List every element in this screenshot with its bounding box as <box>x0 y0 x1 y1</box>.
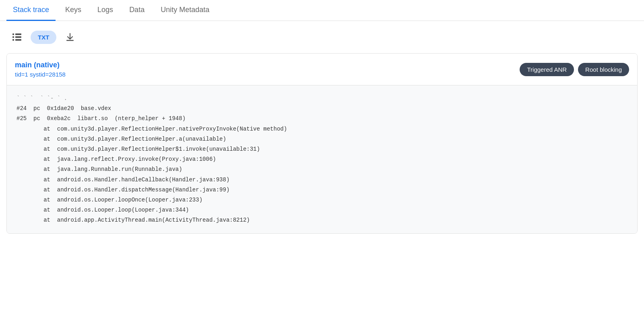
tab-bar: Stack trace Keys Logs Data Unity Metadat… <box>0 0 644 21</box>
download-button[interactable] <box>61 28 79 46</box>
stack-line-at4: at java.lang.reflect.Proxy.invoke(Proxy.… <box>17 154 627 164</box>
stack-line-at9: at android.os.Looper.loop(Looper.java:34… <box>17 205 627 215</box>
thread-title: main (native) <box>15 61 66 69</box>
svg-rect-1 <box>15 33 21 35</box>
stack-line-25: #25 pc 0xeba2c libart.so (nterp_helper +… <box>17 114 627 124</box>
stack-line-at2: at com.unity3d.player.ReflectionHelper.a… <box>17 134 627 144</box>
stack-line-at8: at android.os.Looper.loopOnce(Looper.jav… <box>17 195 627 205</box>
tab-stack-trace[interactable]: Stack trace <box>6 0 56 21</box>
svg-rect-3 <box>15 36 21 38</box>
stack-line-truncated: ` ` ` ` `- ` . <box>17 94 627 104</box>
tab-unity-metadata[interactable]: Unity Metadata <box>154 0 216 21</box>
tab-logs[interactable]: Logs <box>91 0 120 21</box>
tab-data[interactable]: Data <box>123 0 151 21</box>
root-blocking-badge: Root blocking <box>578 63 629 76</box>
stack-line-at7: at android.os.Handler.dispatchMessage(Ha… <box>17 185 627 195</box>
stack-line-at10: at android.app.ActivityThread.main(Activ… <box>17 215 627 225</box>
badge-group: Triggered ANR Root blocking <box>520 63 629 76</box>
stack-line-at6: at android.os.Handler.handleCallback(Han… <box>17 175 627 185</box>
svg-rect-2 <box>12 36 14 38</box>
toolbar: TXT <box>0 21 644 53</box>
svg-rect-6 <box>66 40 74 41</box>
svg-rect-0 <box>12 33 14 35</box>
txt-format-button[interactable]: TXT <box>31 31 56 44</box>
thread-header: main (native) tid=1 systid=28158 Trigger… <box>7 54 637 85</box>
svg-rect-4 <box>12 39 14 41</box>
triggered-anr-badge: Triggered ANR <box>520 63 574 76</box>
stack-line-at3: at com.unity3d.player.ReflectionHelper$1… <box>17 144 627 154</box>
stack-line-24: #24 pc 0x1dae20 base.vdex <box>17 104 627 114</box>
thread-meta: tid=1 systid=28158 <box>15 71 66 78</box>
stack-content: ` ` ` ` `- ` . #24 pc 0x1dae20 base.vdex… <box>7 85 637 233</box>
tab-keys[interactable]: Keys <box>59 0 88 21</box>
stack-line-at1: at com.unity3d.player.ReflectionHelper.n… <box>17 124 627 134</box>
thread-container: main (native) tid=1 systid=28158 Trigger… <box>6 53 638 234</box>
thread-info: main (native) tid=1 systid=28158 <box>15 61 66 78</box>
list-view-button[interactable] <box>8 28 26 46</box>
stack-line-at5: at java.lang.Runnable.run(Runnable.java) <box>17 164 627 175</box>
svg-rect-5 <box>15 39 21 41</box>
